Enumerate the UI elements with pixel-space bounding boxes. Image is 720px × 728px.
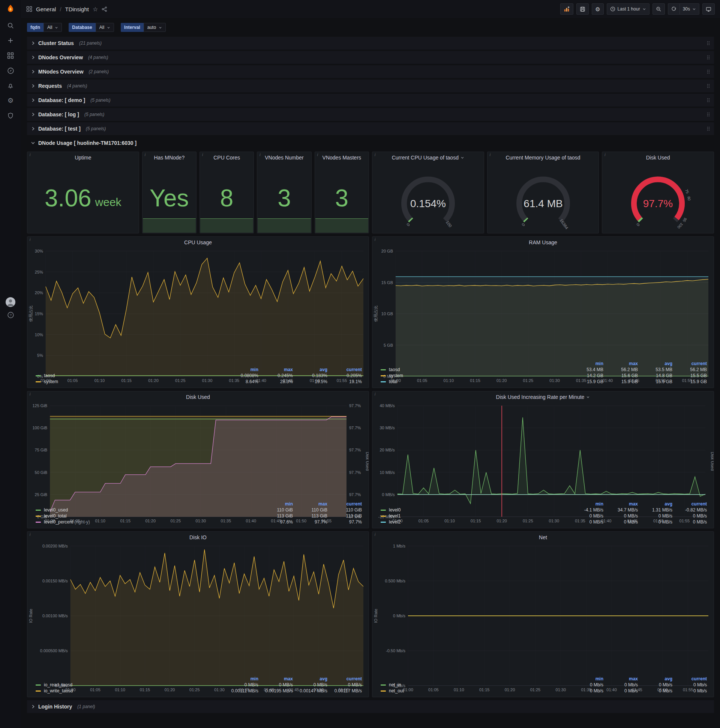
panel-title[interactable]: Current CPU Usage of taosd [372, 152, 484, 163]
sidebar-server-admin-button[interactable] [0, 108, 21, 123]
sidebar-search-button[interactable] [0, 18, 21, 33]
star-dashboard-button[interactable]: ☆ [93, 6, 98, 13]
row-dnode-usage[interactable]: DNode Usage [ huolinhe-TM1701:6030 ] [27, 136, 714, 149]
legend-column-current[interactable]: current [329, 501, 363, 507]
panel-title[interactable]: Net [372, 532, 714, 543]
legend-series-level0_total[interactable]: level0_total [34, 513, 260, 519]
row-requests[interactable]: Requests (4 panels) [27, 80, 714, 92]
legend-column-max[interactable]: max [260, 367, 294, 373]
legend-series-level0[interactable]: level0 [379, 507, 571, 513]
legend-series-system[interactable]: system [379, 373, 571, 379]
legend-column-current[interactable]: current [329, 367, 363, 373]
time-range-picker[interactable]: Last 1 hour [607, 3, 650, 15]
disk-used-chart: 01:0001:0501:1001:1501:2001:2501:3001:35… [27, 403, 369, 501]
legend-series-taosd[interactable]: taosd [34, 373, 225, 379]
sidebar-configuration-button[interactable]: ⚙ [0, 93, 21, 108]
dashboard-settings-button[interactable]: ⚙ [592, 3, 603, 15]
grafana-logo[interactable] [0, 0, 21, 18]
legend-column-avg[interactable]: avg [294, 367, 329, 373]
breadcrumb-separator: / [59, 6, 61, 12]
drag-handle-icon[interactable] [706, 55, 710, 60]
refresh-interval-select[interactable]: 30s [679, 3, 699, 15]
panel-title[interactable]: VNodes Number [257, 152, 311, 163]
legend-column-current[interactable]: current [329, 676, 363, 682]
legend-series-level1[interactable]: level1 [379, 513, 571, 519]
zoom-out-time-button[interactable] [653, 3, 665, 15]
legend-column-min[interactable]: min [225, 676, 260, 682]
legend-series-level0_used[interactable]: level0_used [34, 507, 260, 513]
share-dashboard-button[interactable] [102, 6, 107, 12]
legend-series-system[interactable]: system [34, 379, 225, 385]
row-panel-count: (21 panels) [79, 41, 102, 46]
breadcrumb-section[interactable]: General [36, 6, 56, 12]
breadcrumb-page[interactable]: TDinsight [65, 6, 89, 12]
legend-column-current[interactable]: current [674, 501, 708, 507]
panel-title[interactable]: Disk Used [27, 392, 369, 403]
legend-column-avg[interactable]: avg [294, 676, 329, 682]
row-database-test[interactable]: Database: [ test ] (5 panels) [27, 122, 714, 135]
drag-handle-icon[interactable] [706, 112, 710, 117]
panel-title[interactable]: Disk Used Increasing Rate per Minute [372, 392, 714, 403]
legend-series-taosd[interactable]: taosd [379, 367, 571, 373]
row-cluster-status[interactable]: Cluster Status (21 panels) [27, 37, 714, 49]
legend-series-net_in[interactable]: net_in [379, 682, 571, 688]
legend-series-io_write_taosd[interactable]: io_write_taosd [34, 688, 225, 694]
legend-column-min[interactable]: min [571, 361, 605, 367]
variable-value-interval[interactable]: auto [143, 23, 166, 32]
legend-column-min[interactable]: min [571, 501, 605, 507]
panel-title[interactable]: Uptime [27, 152, 139, 163]
legend-series-net_out[interactable]: net_out [379, 688, 571, 694]
drag-handle-icon[interactable] [706, 126, 710, 132]
panel-title[interactable]: VNodes Masters [315, 152, 369, 163]
cycle-view-mode-button[interactable] [702, 3, 715, 15]
svg-text:0 MB/s: 0 MB/s [382, 492, 395, 497]
panel-title[interactable]: CPU Usage [27, 237, 369, 248]
grafana-app: ⚙ ? [0, 0, 720, 728]
user-profile-button[interactable] [0, 297, 21, 307]
drag-handle-icon[interactable] [706, 41, 710, 46]
panel-title[interactable]: Current Memory Usage of taosd [488, 152, 599, 163]
row-title: Cluster Status [38, 40, 74, 46]
legend-column-max[interactable]: max [605, 501, 639, 507]
refresh-dashboard-button[interactable] [668, 3, 679, 15]
legend-series-io_read_taosd[interactable]: io_read_taosd [34, 682, 225, 688]
panel-title[interactable]: RAM Usage [372, 237, 714, 248]
legend-column-avg[interactable]: avg [639, 501, 674, 507]
row-dnodes-overview[interactable]: DNodes Overview (4 panels) [27, 51, 714, 64]
panel-title[interactable]: Has MNode? [142, 152, 196, 163]
drag-handle-icon[interactable] [706, 69, 710, 74]
drag-handle-icon[interactable] [706, 83, 710, 89]
legend-series-total[interactable]: total [379, 379, 571, 385]
legend-column-max[interactable]: max [605, 676, 639, 682]
sidebar-alerting-button[interactable] [0, 78, 21, 93]
legend-column-avg[interactable]: avg [639, 361, 674, 367]
panel-title[interactable]: Disk Used [602, 152, 714, 163]
legend-column-max[interactable]: max [294, 501, 329, 507]
legend-column-current[interactable]: current [674, 361, 708, 367]
legend-column-avg[interactable]: avg [639, 676, 674, 682]
legend-series-level0_percent[interactable]: level0_percent (right-y) [34, 519, 260, 525]
row-database-demo[interactable]: Database: [ demo ] (5 panels) [27, 94, 714, 107]
legend-column-min[interactable]: min [260, 501, 294, 507]
panel-title[interactable]: CPU Cores [200, 152, 253, 163]
legend-series-level2[interactable]: level2 [379, 519, 571, 525]
stat-row: i Uptime 3.06 week i Has MNode? Yes i CP… [27, 151, 714, 233]
legend-column-min[interactable]: min [225, 367, 260, 373]
row-database-log[interactable]: Database: [ log ] (5 panels) [27, 108, 714, 121]
legend-column-max[interactable]: max [605, 361, 639, 367]
sidebar-explore-button[interactable] [0, 63, 21, 78]
help-button[interactable]: ? [0, 312, 21, 318]
legend-column-max[interactable]: max [260, 676, 294, 682]
panel-title[interactable]: Disk IO [27, 532, 369, 543]
sidebar-create-button[interactable] [0, 33, 21, 48]
variable-value-fqdn[interactable]: All [44, 23, 62, 32]
variable-value-database[interactable]: All [96, 23, 114, 32]
legend-column-current[interactable]: current [674, 676, 708, 682]
save-dashboard-button[interactable] [577, 3, 589, 15]
row-mnodes-overview[interactable]: MNodes Overview (2 panels) [27, 65, 714, 78]
legend-column-min[interactable]: min [571, 676, 605, 682]
row-login-history[interactable]: Login History (1 panel) [27, 700, 714, 713]
add-panel-button[interactable] [560, 3, 574, 15]
drag-handle-icon[interactable] [706, 98, 710, 103]
sidebar-dashboards-button[interactable] [0, 48, 21, 63]
